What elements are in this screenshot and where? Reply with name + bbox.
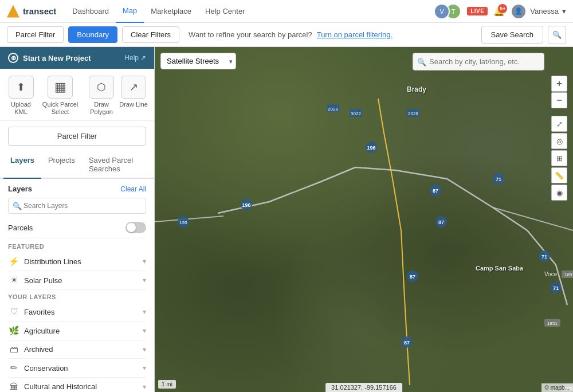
solar-pulse-icon: ☀ (8, 275, 19, 285)
location-button[interactable]: ◉ (551, 185, 567, 201)
layer-item-distribution-lines[interactable]: ⚡ Distribution Lines ▾ (8, 252, 146, 271)
distribution-lines-chevron: ▾ (143, 257, 146, 265)
layer-item-cultural-historical[interactable]: 🏛 Cultural and Historical ▾ (8, 378, 146, 392)
help-label: Help (124, 54, 139, 62)
map-search-icon: 🔍 (417, 57, 426, 66)
zoom-in-button[interactable]: + (551, 76, 567, 92)
draw-polygon-label: Draw Polygon (84, 101, 119, 116)
map-attribution: © mapb... (541, 383, 574, 392)
solar-pulse-chevron: ▾ (143, 276, 146, 284)
archived-icon: 🗃 (8, 344, 19, 354)
archived-label: Archived (24, 345, 53, 354)
external-link-icon: ↗ (140, 54, 146, 62)
map-style-select[interactable]: Satellite Streets Streets Outdoors Light… (160, 53, 236, 69)
solar-pulse-label: Solar Pulse (24, 276, 62, 285)
search-layers-icon: 🔍 (13, 202, 22, 210)
agriculture-chevron: ▾ (143, 327, 146, 335)
quick-parcel-label: Quick Parcel Select (36, 101, 84, 116)
layer-item-agriculture[interactable]: 🌿 Agriculture ▾ (8, 322, 146, 340)
parcels-toggle[interactable] (125, 222, 146, 233)
agriculture-label: Agriculture (24, 327, 60, 335)
layer-item-left: 🗃 Archived (8, 344, 53, 354)
layer-item-left: 🏛 Cultural and Historical (8, 382, 97, 391)
new-project-label: Start a New Project (23, 54, 91, 62)
your-layers-section-label: Your Layers (8, 293, 146, 300)
draw-line-button[interactable]: ↗ Draw Line (119, 76, 148, 116)
turn-on-parcel-filtering-link[interactable]: Turn on parcel filtering. (317, 30, 393, 39)
style-selector-wrap: Satellite Streets Streets Outdoors Light… (160, 53, 236, 69)
layer-item-left: ☀ Solar Pulse (8, 275, 62, 285)
quick-parcel-select-button[interactable]: ▦ Quick Parcel Select (36, 76, 84, 116)
avatar-group: V T (434, 3, 461, 19)
nav-dashboard[interactable]: Dashboard (65, 0, 116, 23)
layers-header: Layers Clear All (8, 185, 146, 193)
fullscreen-button[interactable]: ⤢ (551, 116, 567, 132)
distribution-lines-label: Distribution Lines (24, 257, 81, 266)
quick-parcel-icon: ▦ (48, 76, 73, 99)
nav-marketplace[interactable]: Marketplace (144, 0, 198, 23)
sidebar: ⊕ Start a New Project Help ↗ ⬆ Upload KM… (0, 47, 155, 392)
user-chevron-icon: ▾ (562, 7, 566, 15)
tab-layers[interactable]: Layers (3, 151, 41, 179)
parcel-filter-button[interactable]: Parcel Filter (7, 26, 64, 43)
help-link[interactable]: Help ↗ (124, 54, 146, 62)
agriculture-icon: 🌿 (8, 326, 19, 336)
toolbar: Parcel Filter Boundary Clear Filters Wan… (0, 23, 573, 47)
user-menu-button[interactable]: 👤 Vanessa ▾ (511, 3, 566, 19)
parcel-filter-sidebar-button[interactable]: Parcel Filter (8, 127, 146, 146)
sidebar-tabs: Layers Projects Saved Parcel Searches (0, 151, 154, 179)
compass-button[interactable]: ◎ (551, 133, 567, 149)
search-layers-input[interactable] (8, 198, 146, 214)
layers-button[interactable]: ⊞ (551, 150, 567, 166)
app-logo[interactable]: transect (7, 5, 56, 18)
upload-kml-label: Upload KML (6, 101, 36, 116)
clear-filters-button[interactable]: Clear Filters (122, 26, 179, 43)
avatar-1: V (434, 3, 450, 19)
layer-item-conservation[interactable]: ✏ Conservation ▾ (8, 359, 146, 378)
tab-saved-parcel-searches[interactable]: Saved Parcel Searches (82, 151, 151, 179)
layer-item-left: ♡ Favorites (8, 307, 54, 317)
conservation-label: Conservation (24, 364, 68, 373)
notifications-button[interactable]: 🔔 5+ (493, 6, 505, 17)
map-search-input[interactable] (413, 53, 544, 70)
conservation-chevron: ▾ (143, 364, 146, 372)
clear-all-button[interactable]: Clear All (120, 185, 146, 193)
layer-item-archived[interactable]: 🗃 Archived ▾ (8, 340, 146, 359)
start-icon: ⊕ (8, 53, 18, 63)
logo-icon (7, 5, 19, 18)
ruler-button[interactable]: 📏 (551, 167, 567, 183)
favorites-label: Favorites (24, 308, 54, 316)
user-name: Vanessa (530, 7, 559, 15)
favorites-icon: ♡ (8, 307, 19, 317)
zoom-out-button[interactable]: − (551, 92, 567, 108)
conservation-icon: ✏ (8, 363, 19, 373)
scale-bar: 1 mi (158, 380, 176, 389)
parcels-row: Parcels (8, 219, 146, 238)
coordinates-bar: 31.021327, -99.157166 (325, 383, 402, 392)
live-badge: LIVE (467, 7, 488, 15)
nav-links: Dashboard Map Marketplace Help Center (65, 0, 252, 23)
archived-chevron: ▾ (143, 346, 146, 354)
new-project-header: ⊕ Start a New Project Help ↗ (0, 47, 154, 69)
scale-label: 1 mi (162, 381, 172, 387)
nav-map[interactable]: Map (116, 0, 144, 23)
map-area[interactable]: 196 87 71 196 87 87 71 71 87 2028 (155, 47, 573, 392)
layer-item-left: ✏ Conservation (8, 363, 68, 373)
upload-kml-button[interactable]: ⬆ Upload KML (6, 76, 36, 116)
save-search-button[interactable]: Save Search (481, 26, 543, 44)
layer-item-favorites[interactable]: ♡ Favorites ▾ (8, 303, 146, 322)
favorites-chevron: ▾ (143, 308, 146, 316)
main-layout: ⊕ Start a New Project Help ↗ ⬆ Upload KM… (0, 47, 573, 392)
tab-projects[interactable]: Projects (41, 151, 82, 179)
nav-help-center[interactable]: Help Center (198, 0, 252, 23)
boundary-button[interactable]: Boundary (68, 26, 117, 43)
draw-polygon-button[interactable]: ⬡ Draw Polygon (84, 76, 119, 116)
new-project-title: ⊕ Start a New Project (8, 53, 91, 63)
zoom-controls: + − (551, 76, 567, 108)
map-search-wrap: 🔍 (413, 53, 544, 70)
draw-polygon-icon: ⬡ (89, 76, 114, 99)
user-avatar: 👤 (511, 3, 527, 19)
toolbar-refine-text: Want to refine your search by parcel? (189, 30, 312, 39)
layer-item-solar-pulse[interactable]: ☀ Solar Pulse ▾ (8, 271, 146, 290)
search-icon-button[interactable]: 🔍 (548, 26, 566, 44)
